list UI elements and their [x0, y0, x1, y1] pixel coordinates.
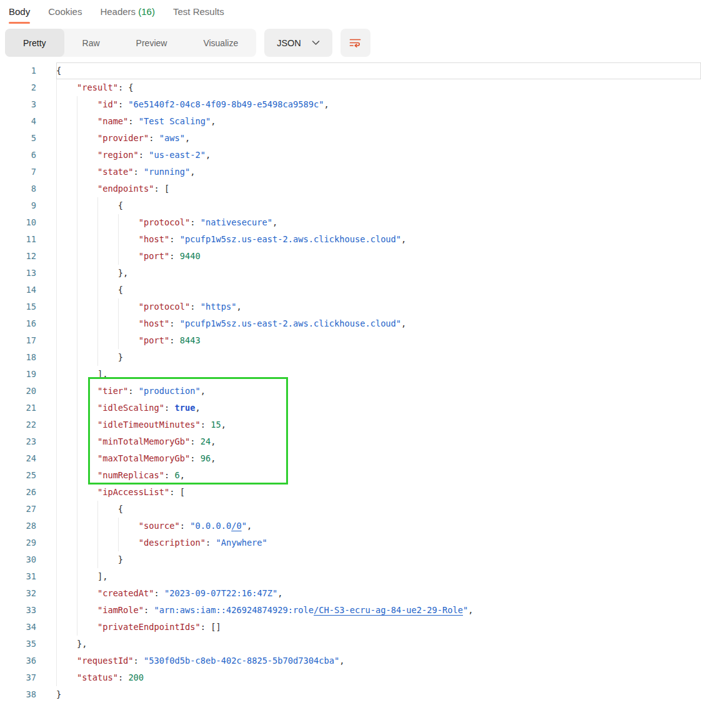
indent-guide	[56, 636, 77, 652]
line-number: 38	[0, 686, 36, 703]
code-line: 20"tier": "production",	[0, 383, 701, 400]
line-number: 29	[0, 534, 36, 551]
line-number: 12	[0, 248, 36, 265]
text-wrap-icon	[349, 38, 361, 48]
line-number: 14	[0, 282, 36, 298]
indent-guide	[77, 265, 97, 282]
indent-guide	[56, 180, 77, 197]
tab-cookies-label: Cookies	[48, 6, 82, 17]
code-line-content: "iamRole": "arn:aws:iam::426924874929:ro…	[56, 602, 701, 619]
indent-guide	[77, 180, 97, 197]
code-line: 26"ipAccessList": [	[0, 484, 701, 501]
line-number: 33	[0, 602, 36, 619]
line-number: 10	[0, 214, 36, 231]
view-mode-raw-button[interactable]: Raw	[64, 29, 118, 57]
tab-test-results[interactable]: Test Results	[173, 6, 224, 24]
line-number: 9	[0, 197, 36, 214]
line-number: 21	[0, 400, 36, 416]
code-line: 16"host": "pcufp1w5sz.us-east-2.aws.clic…	[0, 315, 701, 332]
code-line-content: "port": 8443	[56, 332, 701, 349]
line-number: 24	[0, 450, 36, 467]
line-number: 16	[0, 315, 36, 332]
code-line-content: "host": "pcufp1w5sz.us-east-2.aws.clickh…	[56, 231, 701, 248]
indent-guide	[97, 298, 118, 315]
code-line-content: "name": "Test Scaling",	[56, 113, 701, 130]
view-mode-pretty-button[interactable]: Pretty	[5, 29, 64, 57]
line-number: 5	[0, 130, 36, 147]
code-line-content: "minTotalMemoryGb": 24,	[56, 433, 701, 450]
text-wrap-button[interactable]	[341, 29, 370, 57]
indent-guide	[77, 568, 97, 585]
indent-guide	[56, 214, 77, 231]
indent-guide	[77, 433, 97, 450]
line-number: 22	[0, 416, 36, 433]
tab-headers-label: Headers	[100, 6, 136, 17]
indent-guide	[77, 450, 97, 467]
code-line-content: "numReplicas": 6,	[56, 467, 701, 484]
indent-guide	[77, 484, 97, 501]
line-number: 36	[0, 652, 36, 669]
tab-test-results-label: Test Results	[173, 6, 224, 17]
code-line: 5"provider": "aws",	[0, 130, 701, 147]
code-line-content: ],	[56, 366, 701, 383]
code-line-content: {	[56, 501, 701, 518]
code-line-content: "state": "running",	[56, 164, 701, 180]
code-line: 38}	[0, 686, 701, 703]
indent-guide	[77, 619, 97, 636]
tab-body[interactable]: Body	[9, 6, 30, 24]
tab-headers[interactable]: Headers (16)	[100, 6, 155, 24]
indent-guide	[97, 265, 118, 282]
code-line: 3"id": "6e5140f2-04c8-4f09-8b49-e5498ca9…	[0, 96, 701, 113]
body-view-toolbar: Pretty Raw Preview Visualize JSON	[5, 29, 701, 57]
code-line: 24"maxTotalMemoryGb": 96,	[0, 450, 701, 467]
code-line-content: {	[56, 282, 701, 298]
code-line: 10"protocol": "nativesecure",	[0, 214, 701, 231]
indent-guide	[118, 248, 139, 265]
code-line-content: "protocol": "https",	[56, 298, 701, 315]
line-number: 28	[0, 518, 36, 534]
indent-guide	[56, 669, 77, 686]
code-line-content: "result": {	[56, 79, 701, 96]
indent-guide	[56, 147, 77, 164]
line-number: 31	[0, 568, 36, 585]
view-mode-visualize-button[interactable]: Visualize	[185, 29, 256, 57]
response-tabs: Body Cookies Headers (16) Test Results	[0, 0, 701, 24]
code-line-content: "host": "pcufp1w5sz.us-east-2.aws.clickh…	[56, 315, 701, 332]
code-line: 17"port": 8443	[0, 332, 701, 349]
code-line-content: "id": "6e5140f2-04c8-4f09-8b49-e5498ca95…	[56, 96, 701, 113]
indent-guide	[77, 366, 97, 383]
indent-guide	[56, 349, 77, 366]
tab-cookies[interactable]: Cookies	[48, 6, 82, 24]
active-tab-underline	[9, 22, 30, 24]
indent-guide	[56, 619, 77, 636]
code-line-content: "ipAccessList": [	[56, 484, 701, 501]
code-line: 8"endpoints": [	[0, 180, 701, 197]
indent-guide	[97, 248, 118, 265]
code-line: 27{	[0, 501, 701, 518]
language-select-dropdown[interactable]: JSON	[264, 29, 332, 57]
code-line: 4"name": "Test Scaling",	[0, 113, 701, 130]
indent-guide	[56, 652, 77, 669]
line-number: 4	[0, 113, 36, 130]
indent-guide	[77, 231, 97, 248]
code-line-content: "region": "us-east-2",	[56, 147, 701, 164]
indent-guide	[77, 197, 97, 214]
code-line: 31],	[0, 568, 701, 585]
code-line: 15"protocol": "https",	[0, 298, 701, 315]
indent-guide	[77, 214, 97, 231]
indent-guide	[118, 214, 139, 231]
indent-guide	[118, 518, 139, 534]
indent-guide	[77, 400, 97, 416]
line-number: 2	[0, 79, 36, 96]
code-line: 33"iamRole": "arn:aws:iam::426924874929:…	[0, 602, 701, 619]
language-select-value: JSON	[277, 38, 301, 48]
code-editor[interactable]: 1{2"result": {3"id": "6e5140f2-04c8-4f09…	[0, 60, 701, 703]
code-line-content: "createdAt": "2023-09-07T22:16:47Z",	[56, 585, 701, 602]
code-line-content: }	[56, 686, 701, 703]
line-number: 15	[0, 298, 36, 315]
line-number: 35	[0, 636, 36, 652]
indent-guide	[77, 349, 97, 366]
view-mode-preview-button[interactable]: Preview	[118, 29, 186, 57]
indent-guide	[97, 197, 118, 214]
indent-guide	[118, 534, 139, 551]
